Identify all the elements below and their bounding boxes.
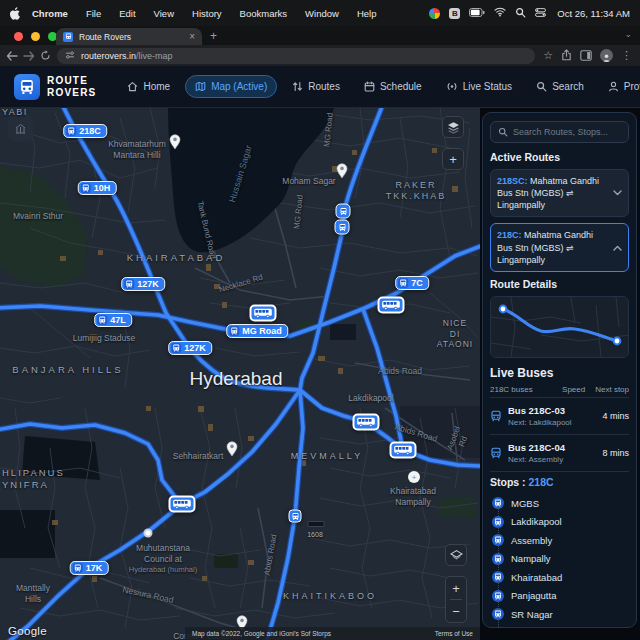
bus-name: Bus 218C-04 (508, 442, 596, 453)
route-badge-127k[interactable]: 127K (121, 277, 165, 291)
stop-row-khairatabad[interactable]: Khairatabad (490, 568, 629, 587)
app-b-icon[interactable]: B (449, 8, 460, 19)
stop-label: Panjagutta (511, 590, 556, 601)
app-indicator-icon[interactable] (429, 8, 440, 19)
bus-icon (229, 326, 239, 336)
stop-row-sr-nagar[interactable]: SR Nagar (490, 605, 629, 624)
bus-marker[interactable] (336, 204, 351, 219)
menu-window[interactable]: Window (296, 8, 348, 19)
live-bus-row[interactable]: Bus 218C-04Next: Assembly8 mins (490, 437, 629, 469)
route-badge-17k[interactable]: 17K (70, 561, 109, 575)
menu-chrome[interactable]: Chrome (23, 8, 77, 19)
terms-of-use-link[interactable]: Terms of Use (435, 630, 473, 637)
route-badge-label: 10H (94, 183, 111, 193)
map-canvas[interactable]: YABIKhvamatarhum Mantara HilliHussain Sa… (0, 108, 480, 640)
stop-label: Assembly (511, 535, 552, 546)
spotlight-search-icon[interactable] (515, 7, 526, 20)
menu-file[interactable]: File (77, 8, 110, 19)
search-routes-input[interactable] (513, 127, 621, 137)
stop-row-mgbs[interactable]: MGBS (490, 494, 629, 513)
browser-menu-icon[interactable]: ⋮ (621, 49, 632, 62)
route-badge-10h[interactable]: 10H (78, 181, 117, 195)
menu-view[interactable]: View (145, 8, 183, 19)
chevron-down-icon[interactable] (613, 190, 622, 196)
route-card-218C[interactable]: 218C: Mahatma Gandhi Bus Stn (MGBS) ⇌ Li… (490, 223, 629, 271)
nav-item-home[interactable]: Home (118, 76, 179, 97)
nav-item-routes[interactable]: Routes (283, 76, 349, 97)
map-layers-bottom-button[interactable] (445, 544, 467, 566)
bus-marker[interactable] (390, 442, 417, 459)
bus-marker[interactable] (289, 510, 302, 523)
bus-marker[interactable] (353, 414, 380, 431)
window-minimize-button[interactable] (31, 32, 40, 41)
nav-item-label: Schedule (380, 81, 422, 92)
sidebar-search[interactable] (490, 121, 629, 143)
apple-logo-icon[interactable] (10, 7, 21, 20)
route-badge-mg-road[interactable]: MG Road (226, 324, 288, 338)
stop-row-lingampally[interactable]: Lingampally (490, 623, 629, 628)
stop-row-panjagutta[interactable]: Panjagutta (490, 586, 629, 605)
route-details-minimap[interactable] (490, 296, 629, 358)
side-panel-icon[interactable] (580, 47, 592, 65)
brand[interactable]: ROUTEROVERS (14, 74, 96, 100)
poi-pin[interactable]: + (408, 471, 420, 483)
chevron-up-icon[interactable] (613, 245, 622, 251)
forward-button[interactable] (23, 47, 35, 65)
menu-help[interactable]: Help (348, 8, 386, 19)
search-icon (498, 123, 508, 141)
nav-item-schedule[interactable]: Schedule (355, 76, 431, 97)
route-badge-47l[interactable]: 47L (94, 313, 132, 327)
new-tab-button[interactable]: + (210, 29, 217, 43)
nav-item-profile[interactable]: Profile (599, 76, 640, 97)
browser-tab[interactable]: Route Rovers × (56, 28, 202, 45)
route-badge-7c[interactable]: 7C (395, 276, 429, 290)
nav-item-live[interactable]: Live Status (437, 76, 521, 97)
tab-close-icon[interactable]: × (189, 32, 195, 42)
bus-marker[interactable] (169, 496, 196, 513)
zoom-out-button[interactable]: − (446, 600, 466, 622)
url-text[interactable]: routerovers.in/live-map (81, 51, 173, 61)
route-badge-218c[interactable]: 218C (63, 124, 107, 138)
menu-bookmarks[interactable]: Bookmarks (231, 8, 297, 19)
bookmark-star-icon[interactable]: ☆ (543, 49, 553, 62)
bus-marker[interactable] (378, 297, 405, 314)
map-base-layer (0, 108, 480, 640)
menubar-clock[interactable]: Oct 26, 11:34 AM (557, 8, 630, 19)
poi-pin[interactable] (169, 134, 181, 154)
stop-row-nampally[interactable]: Nampally (490, 549, 629, 568)
url-bar[interactable]: routerovers.in/live-map (57, 48, 535, 64)
window-close-button[interactable] (14, 32, 23, 41)
monument-poi-icon[interactable] (8, 116, 33, 141)
map-add-button[interactable]: + (442, 148, 464, 170)
poi-pin[interactable] (336, 163, 348, 183)
bus-marker[interactable] (250, 305, 277, 322)
site-settings-icon[interactable] (65, 50, 75, 62)
poi-pin[interactable] (226, 441, 238, 461)
stop-row-lakdikapool[interactable]: Lakdikapool (490, 512, 629, 531)
menu-edit[interactable]: Edit (110, 8, 144, 19)
stop-bus-icon (492, 608, 504, 620)
nav-item-search[interactable]: Search (527, 76, 593, 97)
reload-button[interactable] (40, 47, 51, 65)
brand-bus-icon (14, 74, 40, 100)
menu-history[interactable]: History (183, 8, 231, 19)
stop-label: Lingampally (511, 627, 562, 628)
profile-avatar[interactable] (600, 49, 613, 62)
tab-list-chevron-icon[interactable]: ⌄ (624, 29, 632, 39)
control-center-icon[interactable] (535, 8, 546, 19)
share-icon[interactable] (561, 47, 572, 65)
zoom-in-button[interactable]: + (446, 577, 466, 599)
nav-item-label: Profile (624, 81, 640, 92)
back-button[interactable] (6, 47, 18, 65)
route-code: 218SC: (497, 176, 528, 186)
poi-pin[interactable] (144, 529, 153, 538)
wifi-icon[interactable] (494, 7, 506, 19)
nav-item-map[interactable]: Map (Active) (185, 75, 277, 98)
live-bus-row[interactable]: Bus 218C-03Next: Lakdikapool4 mins (490, 400, 629, 432)
bus-marker[interactable] (335, 220, 350, 235)
map-layers-button[interactable] (442, 116, 464, 138)
route-badge-127k[interactable]: 127K (168, 341, 212, 355)
stop-row-assembly[interactable]: Assembly (490, 531, 629, 550)
stop-bus-icon (492, 627, 504, 628)
route-card-218SC[interactable]: 218SC: Mahatma Gandhi Bus Stn (MGBS) ⇌ L… (490, 169, 629, 217)
